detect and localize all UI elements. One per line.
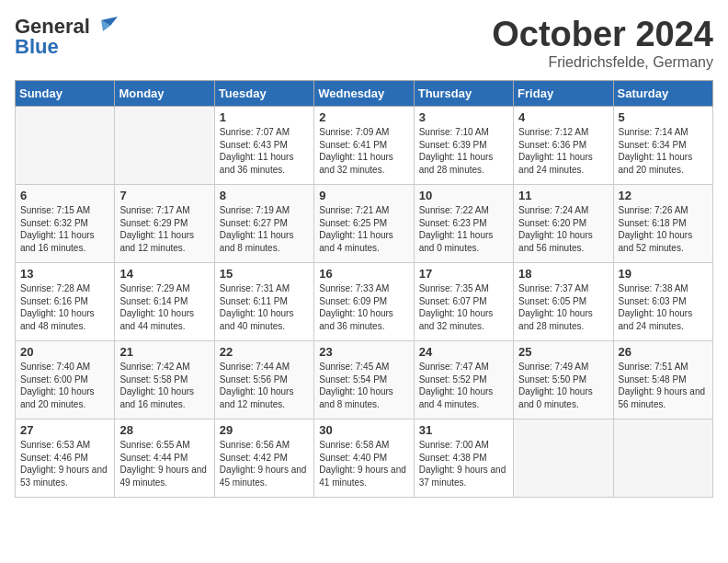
sunset-text: Sunset: 6:29 PM (119, 218, 188, 228)
sunset-text: Sunset: 4:44 PM (119, 453, 188, 463)
sunset-text: Sunset: 5:58 PM (119, 374, 188, 385)
day-number: 4 (518, 110, 608, 124)
sunset-text: Sunset: 6:34 PM (619, 140, 687, 150)
calendar-cell (514, 419, 613, 498)
sunrise-text: Sunrise: 7:22 AM (419, 205, 489, 215)
sunset-text: Sunset: 6:07 PM (419, 296, 487, 306)
daylight-text: Daylight: 10 hours and 44 minutes. (119, 308, 194, 331)
sunrise-text: Sunrise: 7:17 AM (119, 205, 189, 215)
day-number: 24 (419, 345, 508, 359)
day-number: 11 (518, 189, 608, 202)
daylight-text: Daylight: 11 hours and 32 minutes. (319, 152, 393, 175)
cell-content: Sunrise: 6:56 AMSunset: 4:42 PMDaylight:… (220, 439, 309, 488)
daylight-text: Daylight: 11 hours and 8 minutes. (220, 230, 294, 253)
cell-content: Sunrise: 7:40 AMSunset: 6:00 PMDaylight:… (20, 361, 109, 410)
daylight-text: Daylight: 11 hours and 4 minutes. (319, 230, 393, 253)
header-row: Sunday Monday Tuesday Wednesday Thursday… (16, 81, 713, 107)
sunrise-text: Sunrise: 7:31 AM (220, 283, 290, 293)
calendar-cell: 29Sunrise: 6:56 AMSunset: 4:42 PMDayligh… (214, 419, 313, 498)
sunset-text: Sunset: 6:36 PM (518, 140, 586, 150)
cell-content: Sunrise: 7:31 AMSunset: 6:11 PMDaylight:… (220, 282, 309, 332)
daylight-text: Daylight: 11 hours and 0 minutes. (419, 230, 494, 253)
sunrise-text: Sunrise: 6:58 AM (319, 440, 389, 450)
sunrise-text: Sunrise: 7:44 AM (220, 362, 290, 372)
daylight-text: Daylight: 11 hours and 20 minutes. (619, 152, 693, 175)
sunset-text: Sunset: 6:09 PM (319, 296, 387, 306)
daylight-text: Daylight: 11 hours and 24 minutes. (518, 152, 593, 175)
day-number: 1 (220, 110, 309, 124)
sunset-text: Sunset: 6:18 PM (619, 218, 687, 228)
daylight-text: Daylight: 10 hours and 32 minutes. (419, 308, 494, 331)
sunset-text: Sunset: 6:39 PM (419, 140, 487, 150)
cell-content: Sunrise: 7:38 AMSunset: 6:03 PMDaylight:… (619, 282, 708, 332)
day-number: 13 (20, 267, 109, 281)
week-row-4: 20Sunrise: 7:40 AMSunset: 6:00 PMDayligh… (16, 341, 713, 419)
calendar-cell: 2Sunrise: 7:09 AMSunset: 6:41 PMDaylight… (314, 107, 414, 185)
sunrise-text: Sunrise: 7:14 AM (619, 127, 688, 137)
daylight-text: Daylight: 11 hours and 12 minutes. (119, 230, 194, 253)
day-number: 23 (319, 345, 408, 359)
sunrise-text: Sunrise: 7:24 AM (518, 205, 588, 215)
sunrise-text: Sunrise: 7:09 AM (319, 127, 389, 137)
sunrise-text: Sunrise: 7:42 AM (119, 362, 189, 372)
sunset-text: Sunset: 5:56 PM (220, 374, 288, 385)
daylight-text: Daylight: 9 hours and 53 minutes. (20, 465, 108, 488)
calendar-cell: 17Sunrise: 7:35 AMSunset: 6:07 PMDayligh… (414, 263, 513, 341)
page-header: General Blue October 2024 Friedrichsfeld… (15, 15, 713, 71)
cell-content: Sunrise: 7:51 AMSunset: 5:48 PMDaylight:… (619, 361, 708, 410)
calendar-cell: 22Sunrise: 7:44 AMSunset: 5:56 PMDayligh… (214, 341, 313, 419)
sunrise-text: Sunrise: 7:45 AM (319, 362, 389, 372)
sunrise-text: Sunrise: 7:49 AM (518, 362, 588, 372)
cell-content: Sunrise: 6:53 AMSunset: 4:46 PMDaylight:… (20, 439, 109, 488)
daylight-text: Daylight: 10 hours and 4 minutes. (419, 386, 494, 409)
sunrise-text: Sunrise: 7:15 AM (20, 205, 90, 215)
sunset-text: Sunset: 6:27 PM (220, 218, 288, 228)
daylight-text: Daylight: 10 hours and 56 minutes. (518, 230, 593, 253)
daylight-text: Daylight: 10 hours and 0 minutes. (518, 386, 593, 409)
sunset-text: Sunset: 5:52 PM (419, 374, 487, 385)
calendar-cell: 20Sunrise: 7:40 AMSunset: 6:00 PMDayligh… (16, 341, 115, 419)
cell-content: Sunrise: 7:10 AMSunset: 6:39 PMDaylight:… (419, 126, 508, 176)
calendar-cell: 10Sunrise: 7:22 AMSunset: 6:23 PMDayligh… (414, 185, 513, 263)
cell-content: Sunrise: 7:00 AMSunset: 4:38 PMDaylight:… (419, 439, 508, 488)
sunset-text: Sunset: 6:11 PM (220, 296, 288, 306)
col-saturday: Saturday (613, 81, 712, 107)
sunset-text: Sunset: 4:38 PM (419, 453, 487, 463)
calendar-cell (16, 107, 115, 185)
calendar-table: Sunday Monday Tuesday Wednesday Thursday… (15, 80, 713, 498)
calendar-cell: 23Sunrise: 7:45 AMSunset: 5:54 PMDayligh… (314, 341, 414, 419)
calendar-cell: 9Sunrise: 7:21 AMSunset: 6:25 PMDaylight… (314, 185, 414, 263)
calendar-cell: 24Sunrise: 7:47 AMSunset: 5:52 PMDayligh… (414, 341, 513, 419)
calendar-cell: 4Sunrise: 7:12 AMSunset: 6:36 PMDaylight… (514, 107, 613, 185)
col-tuesday: Tuesday (214, 81, 313, 107)
sunset-text: Sunset: 6:14 PM (119, 296, 188, 306)
col-sunday: Sunday (16, 81, 115, 107)
sunrise-text: Sunrise: 7:28 AM (20, 283, 90, 293)
sunset-text: Sunset: 6:20 PM (518, 218, 586, 228)
sunrise-text: Sunrise: 7:00 AM (419, 440, 489, 450)
cell-content: Sunrise: 7:19 AMSunset: 6:27 PMDaylight:… (220, 204, 309, 254)
daylight-text: Daylight: 11 hours and 28 minutes. (419, 152, 494, 175)
day-number: 29 (220, 423, 309, 437)
sunset-text: Sunset: 6:00 PM (20, 374, 88, 385)
calendar-cell: 16Sunrise: 7:33 AMSunset: 6:09 PMDayligh… (314, 263, 414, 341)
calendar-cell: 27Sunrise: 6:53 AMSunset: 4:46 PMDayligh… (16, 419, 115, 498)
sunset-text: Sunset: 5:50 PM (518, 374, 586, 385)
daylight-text: Daylight: 9 hours and 45 minutes. (220, 465, 307, 488)
logo-bird-icon (92, 17, 119, 37)
calendar-cell: 11Sunrise: 7:24 AMSunset: 6:20 PMDayligh… (514, 185, 613, 263)
day-number: 26 (619, 345, 708, 359)
calendar-cell: 28Sunrise: 6:55 AMSunset: 4:44 PMDayligh… (115, 419, 214, 498)
location-text: Friedrichsfelde, Germany (492, 54, 713, 71)
day-number: 7 (119, 189, 209, 202)
daylight-text: Daylight: 9 hours and 37 minutes. (419, 465, 506, 488)
cell-content: Sunrise: 7:24 AMSunset: 6:20 PMDaylight:… (518, 204, 608, 254)
day-number: 25 (518, 345, 608, 359)
day-number: 17 (419, 267, 508, 281)
week-row-3: 13Sunrise: 7:28 AMSunset: 6:16 PMDayligh… (16, 263, 713, 341)
col-wednesday: Wednesday (314, 81, 414, 107)
day-number: 21 (119, 345, 209, 359)
cell-content: Sunrise: 7:26 AMSunset: 6:18 PMDaylight:… (619, 204, 708, 254)
cell-content: Sunrise: 6:55 AMSunset: 4:44 PMDaylight:… (119, 439, 209, 488)
daylight-text: Daylight: 10 hours and 40 minutes. (220, 308, 294, 331)
